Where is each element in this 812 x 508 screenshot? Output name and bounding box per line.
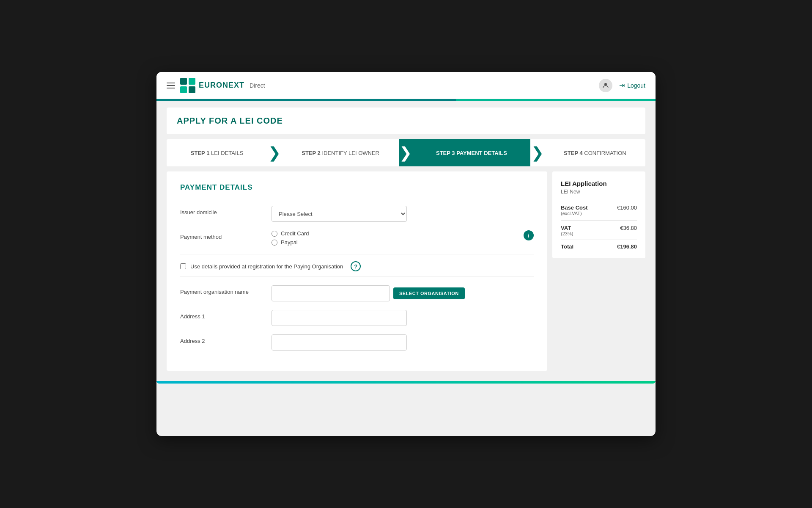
issuer-domicile-row: Issuer domicile Please Select [180,206,534,222]
address1-input[interactable] [272,310,407,326]
address2-label: Address 2 [180,334,265,344]
svg-rect-2 [180,86,187,93]
nav-right: ⇥ Logout [599,79,645,92]
step-1-text: STEP 1 LEI DETAILS [191,150,244,156]
svg-rect-3 [189,86,195,93]
content-row: PAYMENT DETAILS Issuer domicile Please S… [167,171,645,371]
step-3-text: STEP 3 PAYMENT DETAILS [436,150,507,156]
svg-point-4 [604,83,607,86]
payment-credit-card-radio[interactable] [272,231,277,237]
address2-row: Address 2 [180,334,534,351]
address1-control [272,310,534,326]
bottom-gradient-bar [156,381,656,384]
base-cost-sublabel: (excl.VAT) [561,211,588,216]
issuer-domicile-control: Please Select [272,206,534,222]
base-cost-label-group: Base Cost (excl.VAT) [561,204,588,216]
help-icon[interactable]: ? [351,261,361,271]
step-3[interactable]: STEP 3 PAYMENT DETAILS [413,139,530,166]
checkbox-row: Use details provided at registration for… [180,261,534,277]
sidebar-app-title: LEI Application [561,180,637,187]
base-cost-row: Base Cost (excl.VAT) €160.00 [561,204,637,216]
payment-credit-card-label: Credit Card [281,230,309,237]
sidebar-app-subtitle: LEI New [561,189,637,195]
issuer-domicile-label: Issuer domicile [180,206,265,215]
vat-label: VAT [561,225,573,231]
step-arrow-3: ❯ [530,139,545,166]
form-section-title: PAYMENT DETAILS [180,183,534,197]
payment-method-control: Credit Card Paypal [272,230,513,246]
main-content: APPLY FOR A LEI CODE STEP 1 LEI DETAILS … [156,108,656,381]
org-name-row: Payment organisation name SELECT ORGANIS… [180,285,534,301]
payment-method-row: Payment method Credit Card Paypal [180,230,534,246]
step-4[interactable]: STEP 4 CONFIRMATION [545,139,645,166]
logo-area: EURONEXT Direct [180,78,265,93]
step-arrow-2: ❯ [399,139,413,166]
step-1-num: STEP 1 [191,150,211,156]
org-name-input[interactable] [272,285,390,301]
step-2-num: STEP 2 [302,150,322,156]
address1-row: Address 1 [180,310,534,326]
svg-rect-0 [180,78,187,85]
step-4-text: STEP 4 CONFIRMATION [564,150,626,156]
svg-rect-1 [189,78,195,85]
step-3-num: STEP 3 [436,150,456,156]
nav-bar: EURONEXT Direct ⇥ Logout [156,72,656,99]
issuer-domicile-select[interactable]: Please Select [272,206,407,222]
step-arrow-1: ❯ [267,139,282,166]
payment-paypal[interactable]: Paypal [272,239,513,246]
vat-value: €36.80 [620,225,637,231]
radio-group: Credit Card Paypal [272,230,513,246]
org-name-input-group: SELECT ORGANISATION [272,285,534,301]
hamburger-menu-icon[interactable] [167,83,175,88]
vat-row: VAT (23%) €36.80 [561,225,637,236]
use-registration-details-label[interactable]: Use details provided at registration for… [190,263,343,270]
logout-button[interactable]: ⇥ Logout [619,81,645,89]
address2-input[interactable] [272,334,407,351]
euronext-logo-icon [180,78,195,93]
brand-name: EURONEXT [199,81,244,90]
step-2[interactable]: STEP 2 IDENTIFY LEI OWNER [282,139,399,166]
sidebar-divider-1 [561,200,637,200]
brand-direct: Direct [250,82,265,89]
total-label: Total [561,243,573,250]
logout-icon: ⇥ [619,81,625,89]
page-header: APPLY FOR A LEI CODE [167,108,645,134]
form-card: PAYMENT DETAILS Issuer domicile Please S… [167,171,547,371]
payment-credit-card[interactable]: Credit Card [272,230,513,237]
payment-paypal-radio[interactable] [272,240,277,246]
step-1[interactable]: STEP 1 LEI DETAILS [167,139,267,166]
vat-sublabel: (23%) [561,231,573,236]
sidebar-card: LEI Application LEI New Base Cost (excl.… [552,171,645,258]
address2-control [272,334,534,351]
sidebar-divider-2 [561,220,637,221]
vat-label-group: VAT (23%) [561,225,573,236]
org-name-label: Payment organisation name [180,285,265,295]
address1-label: Address 1 [180,310,265,320]
total-row: Total €196.80 [561,240,637,250]
total-value: €196.80 [617,243,637,250]
payment-info-icon[interactable]: i [524,230,534,240]
logout-label: Logout [627,82,645,89]
steps-container: STEP 1 LEI DETAILS ❯ STEP 2 IDENTIFY LEI… [167,139,645,166]
base-cost-value: €160.00 [617,204,637,211]
base-cost-label: Base Cost [561,204,588,211]
progress-bar [156,99,656,101]
step-2-text: STEP 2 IDENTIFY LEI OWNER [302,150,379,156]
user-icon-button[interactable] [599,79,612,92]
select-organisation-button[interactable]: SELECT ORGANISATION [393,287,465,299]
form-divider [180,254,534,254]
payment-method-label: Payment method [180,230,265,240]
step-4-num: STEP 4 [564,150,584,156]
use-registration-details-checkbox[interactable] [180,263,186,269]
payment-paypal-label: Paypal [281,239,298,246]
nav-left: EURONEXT Direct [167,78,599,93]
page-title: APPLY FOR A LEI CODE [177,116,635,126]
